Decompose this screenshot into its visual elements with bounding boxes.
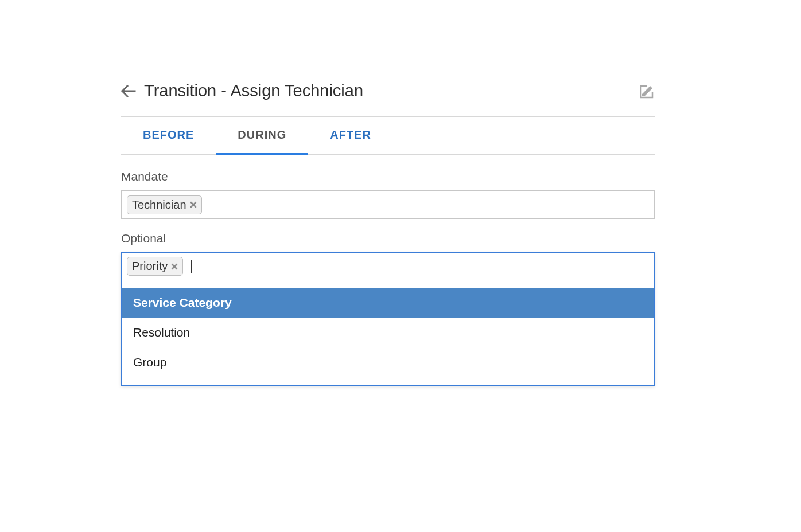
tab-during[interactable]: DURING [216,117,308,155]
tag-label: Technician [132,198,186,212]
back-arrow-icon[interactable] [121,85,136,97]
page-title: Transition - Assign Technician [144,81,363,100]
close-icon[interactable] [171,263,178,270]
tab-after[interactable]: AFTER [308,117,393,155]
page-header: Transition - Assign Technician [121,81,655,116]
dropdown-item-resolution[interactable]: Resolution [122,318,654,347]
optional-label: Optional [121,232,655,245]
tab-before[interactable]: BEFORE [121,117,216,155]
edit-icon[interactable] [640,84,655,99]
optional-field[interactable]: Priority [122,253,654,280]
optional-dropdown-container: Priority Service Category Resolution Gro… [121,252,655,386]
tag-label: Priority [132,260,168,273]
text-cursor [191,260,192,273]
close-icon[interactable] [190,201,197,208]
optional-dropdown: Service Category Resolution Group [122,280,654,385]
mandate-field[interactable]: Technician [121,190,655,219]
dropdown-item-group[interactable]: Group [122,347,654,377]
tag-priority: Priority [127,257,183,276]
tabs-bar: BEFORE DURING AFTER [121,117,655,155]
mandate-label: Mandate [121,170,655,183]
dropdown-item-service-category[interactable]: Service Category [122,288,654,318]
tag-technician: Technician [127,195,202,214]
